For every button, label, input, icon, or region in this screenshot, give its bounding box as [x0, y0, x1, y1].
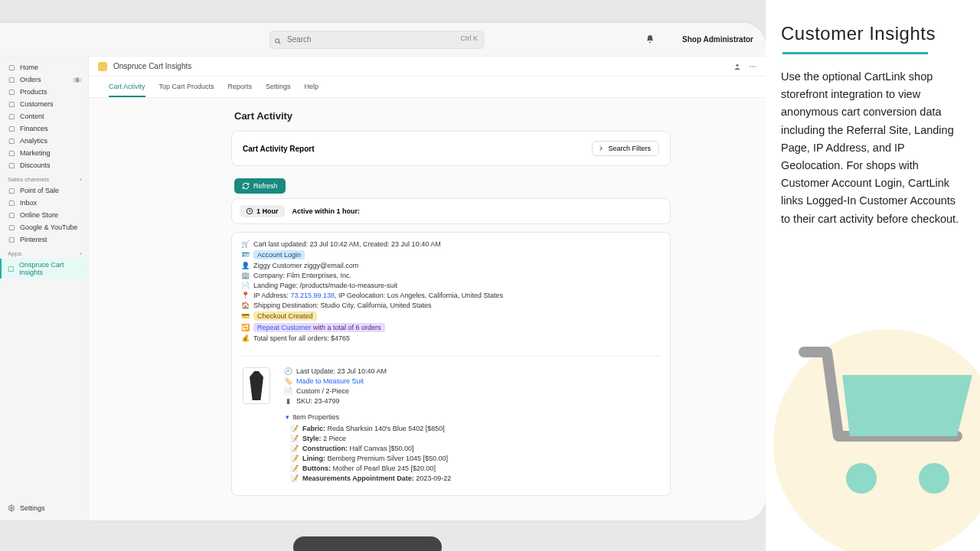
timeframe-pill[interactable]: 1 Hour: [240, 205, 285, 217]
page-title: Cart Activity: [234, 110, 671, 122]
more-icon[interactable]: [749, 60, 756, 73]
sidebar-item-home[interactable]: ▢Home: [0, 61, 88, 73]
sidebar-item-customers[interactable]: ▢Customers: [0, 98, 88, 110]
sidebar-item-label: Online Store: [20, 211, 58, 219]
sidebar-item-label: Discounts: [20, 161, 51, 169]
sidebar-item-content[interactable]: ▢Content: [0, 110, 88, 122]
app-logo-icon: [98, 62, 107, 71]
note-icon: 📝: [290, 445, 298, 452]
tab-reports[interactable]: Reports: [228, 77, 253, 97]
sidebar-item-label: Customers: [20, 100, 54, 108]
kbd-hint: Ctrl K: [461, 34, 479, 42]
sidebar-item-orders[interactable]: ▢Orders8: [0, 73, 88, 86]
svg-point-7: [752, 66, 753, 67]
sidebar-item-products[interactable]: ▢Products: [0, 86, 88, 98]
account-login-chip: Account Login: [253, 250, 305, 259]
sidebar-settings-label: Settings: [20, 504, 45, 512]
tab-cart-activity[interactable]: Cart Activity: [109, 77, 145, 97]
sidebar-item-label: Analytics: [20, 137, 47, 145]
sidebar-item-marketing[interactable]: ▢Marketing: [0, 147, 88, 159]
tab-help[interactable]: Help: [305, 77, 319, 97]
note-icon: 📝: [290, 425, 298, 432]
search-filters-label: Search Filters: [608, 145, 651, 152]
item-thumbnail[interactable]: [243, 367, 270, 404]
meta-cart-updated: 🛒Cart last updated: 23 Jul 10:42 AM, Cre…: [241, 240, 661, 248]
meta-ip: 📍IP Address: 73.215.99.138, IP Geolocati…: [241, 292, 661, 299]
promo-body: Use the optional CartLink shop storefron…: [781, 68, 966, 228]
clock-icon: 🕘: [284, 367, 292, 375]
sidebar-channels-label: Sales channels›: [0, 171, 88, 184]
google-icon: ▢: [8, 223, 15, 231]
topbar: Ctrl K Shop Administrator: [0, 23, 766, 57]
sidebar-item-pinterest[interactable]: ▢Pinterest: [0, 233, 88, 246]
refresh-button[interactable]: Refresh: [234, 178, 286, 194]
svg-point-5: [736, 64, 738, 66]
device-notch: [291, 534, 444, 551]
tab-top-cart-products[interactable]: Top Cart Products: [159, 77, 214, 97]
app-name: Onspruce Cart Insights: [113, 62, 191, 70]
svg-point-6: [750, 66, 751, 67]
property-row: 📝Fabric: Reda Sharksin 140's Blue 5402 […: [290, 425, 661, 432]
note-icon: 📝: [290, 435, 298, 442]
doc-icon: 📄: [284, 387, 292, 395]
pinterest-icon: ▢: [8, 236, 15, 243]
note-icon: 📝: [290, 455, 298, 462]
item-sku: ▮SKU: 23-4799: [284, 397, 387, 405]
item-properties-toggle[interactable]: ▾ Item Properties: [286, 413, 661, 421]
meta-customer: 👤Ziggy Customer ziggy@email.com: [241, 262, 661, 269]
sidebar-item-settings[interactable]: Settings: [0, 502, 88, 514]
sidebar-item-onspruce-cart-insights[interactable]: ▢Onspruce Cart Insights: [0, 259, 88, 279]
meta-total: 💰Total spent for all orders: $4765: [241, 334, 661, 342]
tag-icon: 🏷️: [284, 377, 292, 385]
sidebar-item-label: Point of Sale: [20, 187, 59, 194]
refresh-row: Refresh: [231, 174, 671, 198]
svg-point-1: [919, 463, 949, 494]
chevron-down-icon: ▾: [286, 413, 289, 421]
tabs: Cart ActivityTop Cart ProductsReportsSet…: [89, 77, 766, 98]
search-icon: [274, 34, 282, 48]
ip-link[interactable]: 73.215.99.138: [290, 292, 335, 299]
svg-point-2: [276, 38, 279, 42]
item-properties: ▾ Item Properties 📝Fabric: Reda Sharksin…: [241, 413, 661, 482]
search-filters-button[interactable]: Search Filters: [592, 141, 659, 156]
search-wrap: Ctrl K: [270, 31, 484, 49]
admin-menu[interactable]: Shop Administrator: [682, 35, 753, 44]
timeframe-label: Active within 1 hour:: [292, 207, 361, 215]
user-icon[interactable]: [733, 60, 741, 73]
svg-point-0: [846, 463, 877, 494]
app-frame: Ctrl K Shop Administrator ▢Home▢Orders8▢…: [0, 23, 766, 520]
sidebar-item-inbox[interactable]: ▢Inbox: [0, 197, 88, 209]
sidebar-item-finances[interactable]: ▢Finances: [0, 122, 88, 135]
sidebar-item-online-store[interactable]: ▢Online Store: [0, 209, 88, 221]
item-name: 🏷️Made to Measure Suit: [284, 377, 387, 385]
meta-landing: 📄Landing Page: /products/made-to-measure…: [241, 282, 661, 289]
sidebar-item-discounts[interactable]: ▢Discounts: [0, 159, 88, 171]
meta-shipping: 🏠Shipping Destination: Studio City, Cali…: [241, 302, 661, 309]
sidebar-item-label: Finances: [20, 125, 48, 132]
repeat-customer-link[interactable]: Repeat Customer: [257, 324, 312, 331]
pin-icon: 📍: [241, 292, 249, 299]
page-icon: 📄: [241, 282, 249, 289]
meta-repeat: 🔁Repeat Customer with a total of 6 order…: [241, 323, 661, 332]
property-row: 📝Buttons: Mother of Pearl Blue 245 [$20.…: [290, 465, 661, 472]
sidebar-item-analytics[interactable]: ▢Analytics: [0, 135, 88, 147]
content-icon: ▢: [8, 112, 15, 120]
item-link[interactable]: Made to Measure Suit: [296, 377, 364, 385]
barcode-icon: ▮: [284, 397, 292, 405]
pos-icon: ▢: [8, 187, 15, 194]
sidebar-item-google-youtube[interactable]: ▢Google & YouTube: [0, 221, 88, 233]
badge: 8: [73, 77, 82, 83]
tab-settings[interactable]: Settings: [266, 77, 291, 97]
notifications-icon[interactable]: [645, 33, 655, 47]
inbox-icon: ▢: [8, 199, 15, 207]
marketing-icon: ▢: [8, 149, 15, 157]
sidebar-item-label: Google & YouTube: [20, 223, 77, 231]
person-icon: 👤: [241, 262, 249, 269]
discounts-icon: ▢: [8, 161, 15, 169]
search-input[interactable]: [270, 31, 484, 49]
store-icon: ▢: [8, 211, 15, 219]
meta-account-login: 🪪Account Login: [241, 250, 661, 259]
analytics-icon: ▢: [8, 137, 15, 145]
sidebar-item-point-of-sale[interactable]: ▢Point of Sale: [0, 184, 88, 197]
cart-detail-card: 🛒Cart last updated: 23 Jul 10:42 AM, Cre…: [231, 232, 671, 496]
